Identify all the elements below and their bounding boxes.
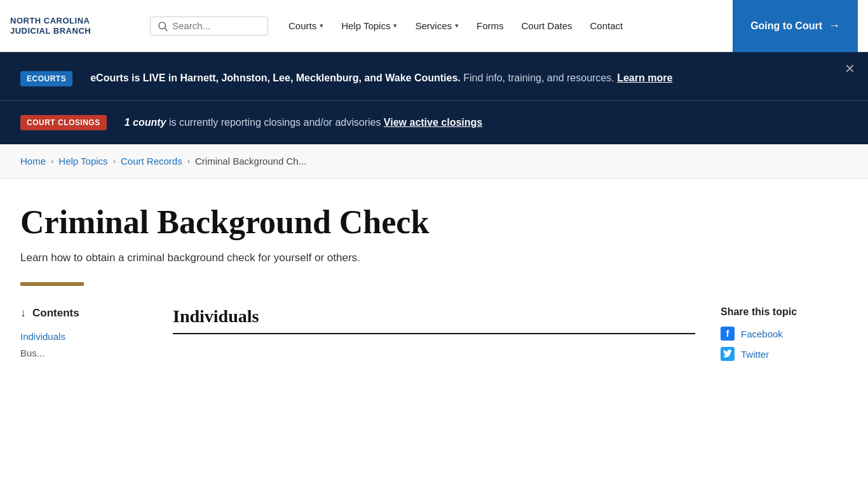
nav-court-dates[interactable]: Court Dates (513, 15, 580, 36)
ecourts-badge: ECOURTS (20, 71, 72, 86)
breadcrumb-home[interactable]: Home (20, 156, 46, 166)
chevron-down-icon: ▾ (393, 22, 397, 30)
site-header: NORTH CAROLINA JUDICIAL BRANCH Courts ▾ … (0, 0, 868, 52)
contents-sidebar: ↓ Contents Individuals Bus... (20, 306, 147, 367)
contents-heading: ↓ Contents (20, 306, 147, 320)
page-title: Criminal Background Check (20, 204, 848, 240)
search-icon (157, 20, 168, 32)
going-to-court-button[interactable]: Going to Court → (733, 0, 858, 52)
share-heading: Share this topic (721, 306, 848, 318)
arrow-icon: → (829, 19, 840, 32)
twitter-icon (721, 347, 735, 361)
nav-courts[interactable]: Courts ▾ (281, 15, 331, 36)
breadcrumb-court-records[interactable]: Court Records (121, 156, 182, 166)
gold-divider (20, 282, 84, 286)
ecourts-bold-text: eCourts is LIVE in Harnett, Johnston, Le… (90, 72, 461, 83)
court-closings-banner: COURT CLOSINGS 1 county is currently rep… (0, 101, 868, 144)
main-nav: Courts ▾ Help Topics ▾ Services ▾ Forms … (281, 15, 733, 36)
nav-help-topics[interactable]: Help Topics ▾ (334, 15, 405, 36)
share-sidebar: Share this topic f Facebook Twitter (721, 306, 848, 367)
page-subtitle: Learn how to obtain a criminal backgroun… (20, 252, 848, 264)
closings-text: 1 county is currently reporting closings… (125, 117, 483, 128)
chevron-down-icon: ▾ (320, 22, 323, 30)
section-heading: Individuals (173, 306, 695, 334)
view-active-closings-link[interactable]: View active closings (384, 117, 482, 128)
logo-line2: JUDICIAL BRANCH (10, 26, 137, 36)
court-closings-badge: COURT CLOSINGS (20, 115, 107, 130)
announcements-section: ECOURTS eCourts is LIVE in Harnett, John… (0, 52, 868, 144)
contents-list: Individuals Bus... (20, 331, 147, 359)
svg-line-1 (165, 28, 167, 30)
site-logo[interactable]: NORTH CAROLINA JUDICIAL BRANCH (10, 16, 137, 36)
ecourts-banner: ECOURTS eCourts is LIVE in Harnett, John… (0, 52, 868, 101)
closings-count: 1 county (125, 117, 166, 128)
svg-point-0 (159, 22, 166, 29)
twitter-link[interactable]: Twitter (741, 349, 769, 360)
breadcrumb: Home › Help Topics › Court Records › Cri… (0, 144, 868, 179)
facebook-icon: f (721, 327, 735, 341)
breadcrumb-sep-1: › (51, 156, 53, 166)
breadcrumb-current: Criminal Background Ch... (195, 156, 306, 166)
breadcrumb-help-topics[interactable]: Help Topics (58, 156, 107, 166)
nav-services[interactable]: Services ▾ (407, 15, 466, 36)
closings-normal-text: is currently reporting closings and/or a… (169, 117, 384, 128)
close-banner-button[interactable]: ✕ (844, 62, 855, 75)
search-box[interactable] (150, 17, 268, 36)
logo-line1: NORTH CAROLINA (10, 16, 137, 26)
contents-individuals-link[interactable]: Individuals (20, 331, 65, 342)
nav-forms[interactable]: Forms (469, 15, 512, 36)
main-content: Criminal Background Check Learn how to o… (0, 179, 868, 367)
ecourts-learn-more-link[interactable]: Learn more (617, 72, 672, 83)
list-item: Individuals (20, 331, 147, 342)
twitter-share: Twitter (721, 347, 848, 361)
section-content: Individuals (173, 306, 695, 367)
breadcrumb-sep-3: › (187, 156, 190, 166)
breadcrumb-sep-2: › (113, 156, 116, 166)
ecourts-text: eCourts is LIVE in Harnett, Johnston, Le… (90, 70, 672, 86)
facebook-share: f Facebook (721, 327, 848, 341)
nav-contact[interactable]: Contact (583, 15, 631, 36)
two-column-layout: ↓ Contents Individuals Bus... Individual… (20, 306, 848, 367)
ecourts-normal-text: Find info, training, and resources. (463, 72, 617, 83)
chevron-down-icon: ▾ (455, 22, 459, 30)
list-item: Bus... (20, 348, 147, 359)
contents-more: Bus... (20, 348, 44, 358)
search-input[interactable] (172, 20, 261, 31)
down-arrow-icon: ↓ (20, 306, 26, 320)
facebook-link[interactable]: Facebook (741, 329, 783, 339)
